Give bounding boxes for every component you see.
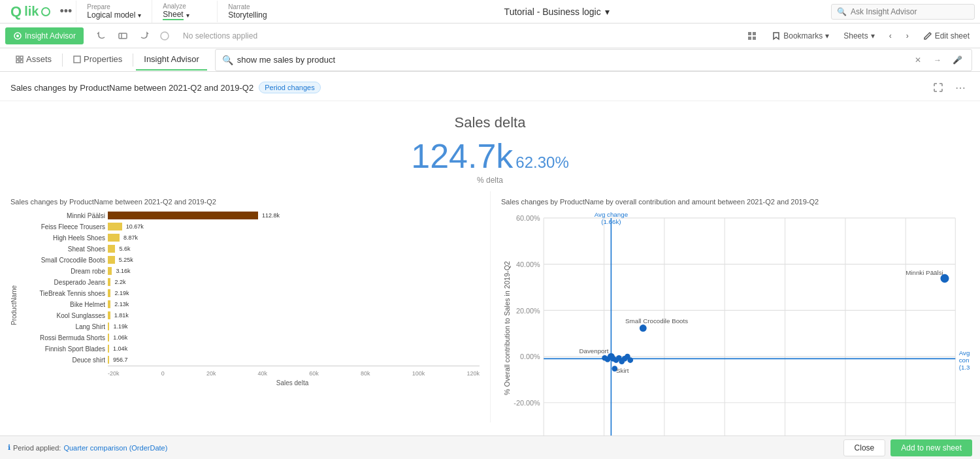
bar-row[interactable]: Sheat Shoes5.6k — [20, 244, 480, 253]
insight-advisor-button[interactable]: Insight Advisor — [5, 27, 84, 44]
bar-chart: Minnki Päälsi112.8kFeiss Fleece Trousers… — [20, 211, 480, 364]
nav-dots-button[interactable]: ••• — [56, 5, 76, 18]
svg-rect-7 — [753, 32, 756, 35]
bar-row[interactable]: Kool Sunglasses1.81k — [20, 311, 480, 320]
edit-sheet-label: Edit sheet — [935, 31, 970, 40]
clear-selection-button[interactable] — [155, 27, 174, 45]
bar-label: Deuce shirt — [20, 356, 105, 364]
clear-selection-icon — [159, 31, 170, 41]
kpi-sub-label: % delta — [0, 176, 980, 185]
tab-insight-advisor[interactable]: Insight Advisor — [136, 49, 207, 71]
prepare-section[interactable]: Prepare Logical model ▾ — [76, 1, 152, 22]
tab-divider-2 — [133, 54, 133, 67]
chart-menu-button[interactable]: ⋯ — [951, 78, 970, 97]
undo-button[interactable] — [93, 27, 111, 45]
scatter-point-9[interactable] — [602, 355, 608, 361]
logo-icon: Q — [10, 3, 22, 20]
bar-row[interactable]: Rossi Bermuda Shorts1.06k — [20, 333, 480, 342]
search-submit-button[interactable]: → — [930, 52, 945, 68]
grid-view-button[interactable] — [742, 28, 762, 44]
period-info-icon: ℹ — [8, 443, 10, 452]
add-to-sheet-button[interactable]: Add to new sheet — [890, 439, 972, 456]
assets-label: Assets — [26, 54, 52, 64]
bar-row[interactable]: Finnish Sport Blades1.04k — [20, 344, 480, 353]
search-bar-input[interactable] — [237, 55, 910, 65]
analyze-section[interactable]: Analyze Sheet ▾ — [152, 0, 217, 23]
svg-text:Avg overall: Avg overall — [959, 349, 970, 356]
bottom-bar: ℹ Period applied: Quarter comparison (Or… — [0, 435, 980, 459]
bar-fill — [108, 334, 109, 341]
nav-back-button[interactable]: ‹ — [884, 29, 897, 43]
edit-sheet-button[interactable]: Edit sheet — [918, 29, 975, 43]
svg-text:% Overall contribution to Sale: % Overall contribution to Sales in 2019-… — [503, 261, 511, 395]
bar-value-label: 1.06k — [113, 334, 127, 341]
no-selections-text: No selections applied — [183, 31, 257, 40]
tab-properties[interactable]: Properties — [65, 49, 130, 71]
insight-search-input[interactable] — [851, 7, 969, 16]
bar-label: Kool Sunglasses — [20, 312, 105, 319]
bar-row[interactable]: Small Crocodile Boots5.25k — [20, 255, 480, 264]
bar-axis-tick: 60k — [309, 370, 319, 377]
bar-row[interactable]: Feiss Fleece Trousers10.67k — [20, 222, 480, 231]
app-title[interactable]: Tutorial - Business logic ▾ — [504, 7, 610, 17]
scatter-point-7[interactable] — [627, 357, 633, 363]
bookmarks-button[interactable]: Bookmarks ▾ — [766, 29, 834, 43]
bar-wrapper: 10.67k — [108, 222, 480, 231]
qlik-logo[interactable]: Q lik — [5, 3, 56, 20]
insight-advisor-search[interactable]: 🔍 — [831, 4, 975, 20]
search-mic-button[interactable]: 🎤 — [949, 52, 965, 68]
search-clear-button[interactable]: ✕ — [910, 52, 926, 68]
bar-fill — [108, 323, 109, 330]
svg-rect-14 — [74, 56, 80, 63]
toolbar-right: Bookmarks ▾ Sheets ▾ ‹ › Edit sheet — [742, 28, 975, 44]
nav-back-icon: ‹ — [889, 31, 892, 40]
bar-wrapper: 5.6k — [108, 244, 480, 253]
undo-icon — [97, 31, 107, 41]
bar-row[interactable]: TieBreak Tennis shoes2.19k — [20, 289, 480, 298]
bar-label: High Heels Shoes — [20, 234, 105, 242]
expand-chart-button[interactable] — [929, 78, 947, 97]
bar-value-label: 5.25k — [119, 257, 133, 263]
logo-text: lik — [24, 4, 39, 19]
bar-wrapper: 956.7 — [108, 355, 480, 364]
tab-bar: Assets Properties Insight Advisor 🔍 ✕ → … — [0, 48, 980, 72]
chart-header-actions: ⋯ — [929, 78, 970, 97]
tab-divider-1 — [62, 54, 63, 67]
bar-row[interactable]: Deuce shirt956.7 — [20, 355, 480, 364]
bar-fill — [108, 267, 112, 275]
kpi-value-container: 124.7k 62.30% — [0, 136, 980, 176]
kpi-main-value: 124.7k — [411, 136, 513, 176]
bar-label: Finnish Sport Blades — [20, 345, 105, 353]
tab-assets[interactable]: Assets — [8, 49, 59, 71]
period-info-link[interactable]: Quarter comparison (OrderDate) — [63, 444, 167, 452]
period-badge[interactable]: Period changes — [259, 82, 320, 93]
selection-back-button[interactable] — [114, 27, 132, 45]
bar-row[interactable]: Desperado Jeans2.2k — [20, 277, 480, 287]
bar-row[interactable]: Minnki Päälsi112.8k — [20, 211, 480, 220]
bar-row[interactable]: Bike Helmet2.13k — [20, 300, 480, 309]
bar-fill — [108, 223, 122, 230]
bar-chart-panel: Sales changes by ProductName between 202… — [0, 191, 490, 422]
bar-x-axis-title: Sales delta — [20, 379, 480, 387]
bar-row[interactable]: Lang Shirt1.19k — [20, 322, 480, 331]
scatter-point-small-crocodile[interactable] — [640, 324, 647, 332]
nav-forward-button[interactable]: › — [901, 29, 914, 43]
close-button[interactable]: Close — [843, 439, 886, 456]
sheets-button[interactable]: Sheets ▾ — [838, 29, 879, 43]
bar-row[interactable]: Dream robe3.16k — [20, 266, 480, 276]
bar-fill — [108, 300, 110, 308]
bookmark-icon — [772, 31, 781, 40]
bar-value-label: 1.81k — [114, 312, 129, 319]
redo-button[interactable] — [135, 27, 153, 45]
bar-wrapper: 112.8k — [108, 211, 480, 220]
bar-axis-tick: 80k — [361, 370, 370, 377]
sheets-label: Sheets — [843, 31, 868, 40]
bar-value-label: 2.13k — [114, 301, 129, 308]
insight-search-bar[interactable]: 🔍 ✕ → 🎤 — [215, 49, 972, 71]
insight-advisor-tab-label: Insight Advisor — [144, 54, 199, 64]
expand-icon — [933, 82, 943, 93]
narrate-section[interactable]: Narrate Storytelling — [217, 1, 282, 22]
kpi-pct-value: 62.30% — [515, 153, 568, 172]
bar-row[interactable]: High Heels Shoes8.87k — [20, 233, 480, 242]
nav-right: 🔍 — [831, 4, 975, 20]
